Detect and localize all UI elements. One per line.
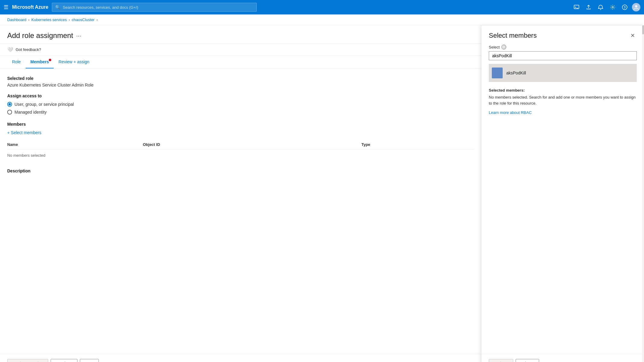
access-options: User, group, or service principal Manage… [7,102,474,115]
col-name: Name [7,140,143,150]
selected-members-section: Selected members: No members selected. S… [489,88,637,115]
settings-icon[interactable] [608,2,617,12]
previous-button[interactable]: Previous [51,359,77,362]
result-name: aksPodKill [506,71,526,75]
breadcrumb-item-cluster[interactable]: chaosCluster [72,17,95,22]
nav-icons: ? [572,2,640,12]
description-section: Description [7,168,474,173]
select-members-button[interactable]: + Select members [7,130,474,135]
radio-managed-identity-circle [7,110,12,115]
description-label: Description [7,168,474,173]
bottom-bar: Review + assign Previous Next [0,354,481,362]
svg-point-2 [612,7,614,8]
selected-members-title: Selected members: [489,88,637,93]
tabs: Role Members Review + assign [0,56,481,69]
main-layout: Add role assignment ··· 🤍 Got feedback? … [0,25,644,362]
top-navigation: ☰ Microsoft Azure 🔍 ? [0,0,644,14]
assign-access-section: Assign access to User, group, or service… [7,93,474,115]
selected-role-label: Selected role [7,76,474,81]
panel-content: Select ⓘ aksPodKill Selected members: No… [482,45,644,354]
radio-user-group[interactable]: User, group, or service principal [7,102,474,107]
next-button[interactable]: Next [80,359,99,362]
left-panel: Add role assignment ··· 🤍 Got feedback? … [0,25,481,362]
panel-header: Select members ✕ [482,25,644,45]
breadcrumb-item-k8s[interactable]: Kubernetes services [31,17,67,22]
search-bar[interactable]: 🔍 [52,3,257,12]
page-header: Add role assignment ··· [0,25,481,44]
select-label: Select ⓘ [489,45,637,49]
feedback-bar: 🤍 Got feedback? [0,44,481,56]
members-section: Members + Select members Name Object ID … [7,122,474,161]
scrollbar-thumb [642,25,644,34]
members-table: Name Object ID Type No members selected [7,140,474,161]
radio-managed-identity[interactable]: Managed identity [7,110,474,115]
result-icon [492,68,503,78]
members-label: Members [7,122,474,127]
assign-access-label: Assign access to [7,93,474,98]
page-title: Add role assignment [7,31,73,40]
breadcrumb: Dashboard › Kubernetes services › chaosC… [0,14,644,25]
col-type: Type [361,140,474,150]
search-result-item[interactable]: aksPodKill [489,64,637,82]
svg-text:?: ? [624,6,626,9]
review-assign-button[interactable]: Review + assign [7,359,48,362]
panel-close-btn[interactable]: Close [516,359,539,362]
feedback-label[interactable]: Got feedback? [16,47,41,52]
selected-role-section: Selected role Azure Kubernetes Service C… [7,76,474,87]
breadcrumb-sep-3: › [96,17,98,22]
tab-members-dot [49,59,51,61]
col-object-id: Object ID [143,140,361,150]
tab-members[interactable]: Members [26,56,54,68]
radio-managed-identity-label: Managed identity [14,110,47,115]
upload-icon[interactable] [584,2,593,12]
search-input[interactable] [63,5,253,10]
hamburger-menu[interactable]: ☰ [4,4,8,11]
help-icon[interactable]: ? [620,2,630,12]
search-icon: 🔍 [55,5,60,10]
panel-title: Select members [489,32,537,39]
selected-members-desc: No members selected. Search for and add … [489,94,637,106]
breadcrumb-sep-2: › [69,17,70,22]
terminal-icon[interactable] [572,2,581,12]
selected-role-value: Azure Kubernetes Service Cluster Admin R… [7,83,474,87]
radio-user-group-label: User, group, or service principal [14,102,74,107]
breadcrumb-item-dashboard[interactable]: Dashboard [7,17,27,22]
panel-close-button[interactable]: ✕ [628,31,637,40]
panel-select-button[interactable]: Select [489,359,513,362]
table-row-empty: No members selected [7,150,474,162]
no-members-text: No members selected [7,150,474,162]
svg-point-5 [635,5,637,8]
heart-icon: 🤍 [7,47,13,52]
select-members-panel: Select members ✕ Select ⓘ aksPodKill Sel… [481,25,644,362]
radio-user-group-circle [7,102,12,107]
avatar[interactable] [632,3,640,11]
form-content: Selected role Azure Kubernetes Service C… [0,69,481,182]
breadcrumb-sep-1: › [28,17,30,22]
bell-icon[interactable] [596,2,605,12]
tab-role[interactable]: Role [7,56,26,68]
panel-footer: Select Close [482,354,644,362]
tab-review[interactable]: Review + assign [54,56,94,68]
brand-logo: Microsoft Azure [12,5,48,10]
rbac-link[interactable]: Learn more about RBAC [489,110,532,115]
member-search-input[interactable] [489,51,637,60]
panel-scrollbar[interactable] [642,25,644,362]
more-options-button[interactable]: ··· [76,32,81,39]
select-info-icon[interactable]: ⓘ [501,45,506,49]
